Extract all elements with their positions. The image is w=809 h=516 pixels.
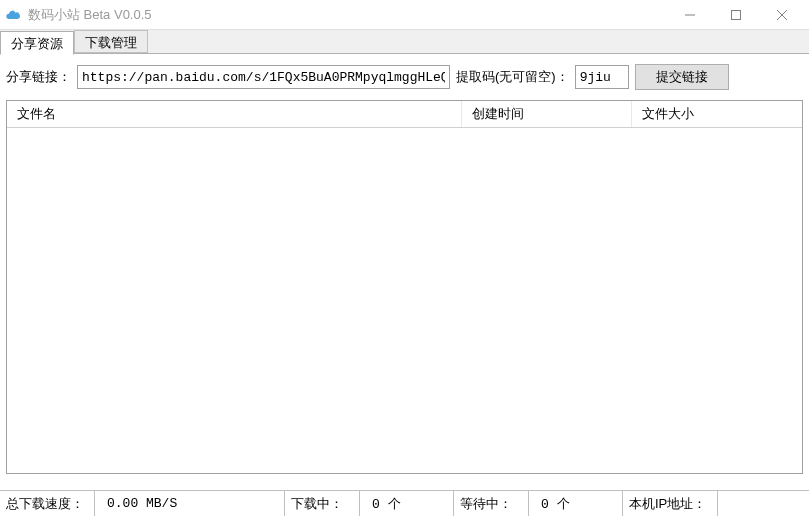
share-link-label: 分享链接： [6,68,71,86]
extract-code-label: 提取码(无可留空)： [456,68,569,86]
maximize-button[interactable] [713,1,759,29]
status-downloading-label: 下载中： [291,495,343,513]
status-waiting-label: 等待中： [460,495,512,513]
svg-rect-0 [732,10,741,19]
file-table: 文件名 创建时间 文件大小 [7,101,802,128]
column-header-size[interactable]: 文件大小 [631,101,802,128]
titlebar: 数码小站 Beta V0.0.5 [0,0,809,30]
extract-code-input[interactable] [575,65,629,89]
tab-share[interactable]: 分享资源 [0,31,74,55]
app-icon [4,6,22,24]
column-header-created[interactable]: 创建时间 [461,101,631,128]
status-downloading-value: 0 个 [366,495,401,513]
status-total-speed-value: 0.00 MB/S [101,496,177,511]
window-title: 数码小站 Beta V0.0.5 [28,6,667,24]
close-button[interactable] [759,1,805,29]
status-ip-label: 本机IP地址： [629,495,706,513]
file-table-container: 文件名 创建时间 文件大小 [6,100,803,474]
minimize-button[interactable] [667,1,713,29]
tab-download[interactable]: 下载管理 [74,30,148,53]
submit-link-button[interactable]: 提交链接 [635,64,729,90]
share-link-input[interactable] [77,65,450,89]
status-total-speed-label: 总下载速度： [6,495,84,513]
window-controls [667,1,805,29]
statusbar: 总下载速度： 0.00 MB/S 下载中： 0 个 等待中： 0 个 本机IP地… [0,490,809,516]
status-waiting-value: 0 个 [535,495,570,513]
tab-bar: 分享资源 下载管理 [0,30,809,54]
share-link-row: 分享链接： 提取码(无可留空)： 提交链接 [0,54,809,100]
column-header-filename[interactable]: 文件名 [7,101,461,128]
